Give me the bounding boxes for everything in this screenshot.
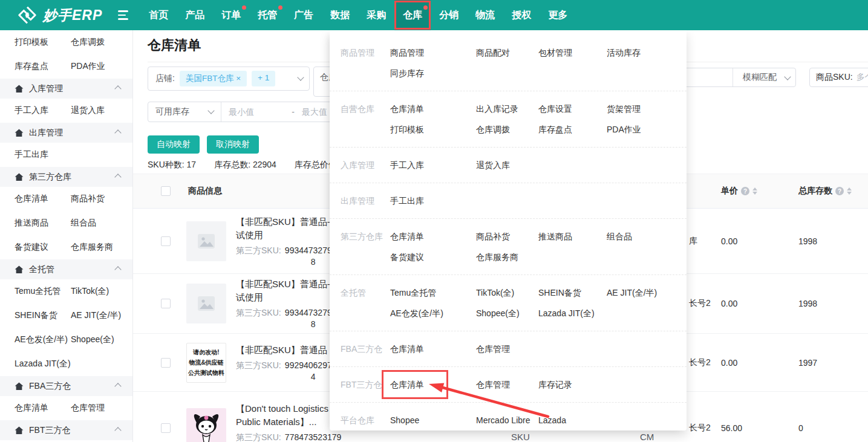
menu-item-全托管-SHEIN备货[interactable]: SHEIN备货 <box>538 288 581 297</box>
row-checkbox[interactable] <box>161 423 171 433</box>
hamburger-icon[interactable] <box>118 10 128 20</box>
nav-item-1[interactable]: 首页 <box>140 0 177 30</box>
auto-map-button[interactable]: 自动映射 <box>148 135 200 154</box>
stock-type-select[interactable]: 可用库存 <box>148 102 221 122</box>
shop-filter-tag[interactable]: 美国FBT仓库 × <box>180 71 247 86</box>
sidebar-item-TikTok(全)[interactable]: TikTok(全) <box>71 286 132 297</box>
nav-item-2[interactable]: 产品 <box>177 0 213 30</box>
nav-item-5[interactable]: 广告 <box>286 0 322 30</box>
caret-up-icon[interactable] <box>114 129 121 136</box>
caret-up-icon[interactable] <box>114 427 121 434</box>
sidebar-section-全托管[interactable]: 全托管 <box>0 259 132 279</box>
menu-item-入库管理-手工入库[interactable]: 手工入库 <box>390 160 424 170</box>
menu-item-自营仓库-打印模板[interactable]: 打印模板 <box>390 125 424 134</box>
help-icon[interactable]: ? <box>835 187 844 195</box>
menu-item-全托管-TikTok(全)[interactable]: TikTok(全) <box>476 288 514 297</box>
menu-item-FBT三方仓-仓库管理[interactable]: 仓库管理 <box>476 380 510 389</box>
shop-filter-select[interactable]: 店铺: 美国FBT仓库 ×+ 1 <box>148 67 310 91</box>
caret-up-icon[interactable] <box>114 85 121 92</box>
sidebar-section-FBA三方仓[interactable]: FBA三方仓 <box>0 376 132 396</box>
menu-item-FBT三方仓-仓库清单[interactable]: 仓库清单 <box>390 374 424 395</box>
sidebar-item-AE JIT(全/半)[interactable]: AE JIT(全/半) <box>71 310 132 321</box>
menu-item-第三方仓库-组合品[interactable]: 组合品 <box>607 232 632 241</box>
nav-item-10[interactable]: 物流 <box>467 0 503 30</box>
sidebar-item-推送商品[interactable]: 推送商品 <box>15 218 71 229</box>
sidebar-section-第三方仓库[interactable]: 第三方仓库 <box>0 167 132 187</box>
caret-up-icon[interactable] <box>114 174 121 180</box>
match-mode-select[interactable]: 模糊匹配 <box>733 72 777 83</box>
sidebar-item-AE仓发(全/半)[interactable]: AE仓发(全/半) <box>15 334 71 345</box>
menu-item-商品管理-商品配对[interactable]: 商品配对 <box>476 48 510 57</box>
help-icon[interactable]: ? <box>741 187 749 195</box>
menu-item-全托管-Shopee(全)[interactable]: Shopee(全) <box>476 308 520 318</box>
sort-icon[interactable] <box>752 187 757 195</box>
sidebar-section-FBT三方仓[interactable]: FBT三方仓 <box>0 420 132 440</box>
keyword-search-box[interactable]: 模糊匹配 <box>679 68 796 87</box>
row-checkbox[interactable] <box>161 236 171 246</box>
menu-item-入库管理-退货入库[interactable]: 退货入库 <box>476 160 510 170</box>
min-value-input[interactable] <box>221 107 292 117</box>
menu-item-全托管-Lazada JIT(全)[interactable]: Lazada JIT(全) <box>538 308 595 318</box>
sidebar-item-Temu全托管[interactable]: Temu全托管 <box>15 286 71 297</box>
sidebar-item-手工出库[interactable]: 手工出库 <box>15 149 71 160</box>
menu-item-自营仓库-出入库记录[interactable]: 出入库记录 <box>476 104 518 114</box>
nav-item-8[interactable]: 仓库 <box>394 0 431 30</box>
menu-item-全托管-Temu全托管[interactable]: Temu全托管 <box>390 288 436 297</box>
menu-item-FBA三方仓-仓库清单[interactable]: 仓库清单 <box>390 344 424 354</box>
nav-item-3[interactable]: 订单 <box>213 0 249 30</box>
sidebar-item-组合品[interactable]: 组合品 <box>71 218 132 229</box>
sidebar-item-Lazada JIT(全)[interactable]: Lazada JIT(全) <box>15 359 71 369</box>
nav-item-6[interactable]: 数据 <box>322 0 358 30</box>
menu-item-自营仓库-仓库调拨[interactable]: 仓库调拨 <box>476 125 510 134</box>
sidebar-item-备货建议[interactable]: 备货建议 <box>15 242 71 253</box>
sidebar-item-退货入库[interactable]: 退货入库 <box>71 105 132 116</box>
caret-up-icon[interactable] <box>114 266 121 273</box>
menu-item-自营仓库-仓库设置[interactable]: 仓库设置 <box>538 104 572 114</box>
menu-item-自营仓库-货架管理[interactable]: 货架管理 <box>607 104 641 114</box>
menu-item-自营仓库-PDA作业[interactable]: PDA作业 <box>607 125 641 134</box>
caret-up-icon[interactable] <box>114 383 121 389</box>
menu-item-第三方仓库-商品补货[interactable]: 商品补货 <box>476 232 510 241</box>
menu-item-全托管-AE JIT(全/半)[interactable]: AE JIT(全/半) <box>607 288 657 297</box>
sidebar-item-仓库服务商[interactable]: 仓库服务商 <box>71 242 132 253</box>
menu-item-平台仓库-Shopee[interactable]: Shopee <box>390 415 419 425</box>
sidebar-item-仓库调拨[interactable]: 仓库调拨 <box>71 37 132 48</box>
menu-item-第三方仓库-仓库服务商[interactable]: 仓库服务商 <box>476 252 518 262</box>
select-all-checkbox[interactable] <box>161 186 171 196</box>
menu-item-商品管理-活动库存[interactable]: 活动库存 <box>607 48 641 57</box>
row-checkbox[interactable] <box>161 358 171 368</box>
nav-item-4[interactable]: 托管 <box>249 0 286 30</box>
sidebar-item-仓库清单[interactable]: 仓库清单 <box>15 403 71 414</box>
menu-item-自营仓库-仓库清单[interactable]: 仓库清单 <box>390 104 424 114</box>
nav-item-12[interactable]: 更多 <box>540 0 576 30</box>
sidebar-item-仓库管理[interactable]: 仓库管理 <box>71 403 132 414</box>
menu-item-FBA三方仓-仓库管理[interactable]: 仓库管理 <box>476 344 510 354</box>
sort-icon[interactable] <box>847 187 852 195</box>
menu-item-第三方仓库-仓库清单[interactable]: 仓库清单 <box>390 232 424 241</box>
sidebar-item-SHEIN备货[interactable]: SHEIN备货 <box>15 310 71 321</box>
menu-item-平台仓库-Lazada[interactable]: Lazada <box>538 415 566 425</box>
menu-item-商品管理-同步库存[interactable]: 同步库存 <box>390 68 424 78</box>
sidebar-item-商品补货[interactable]: 商品补货 <box>71 193 132 204</box>
sidebar-item-PDA作业[interactable]: PDA作业 <box>71 61 132 72</box>
sidebar-section-出库管理[interactable]: 出库管理 <box>0 123 132 143</box>
menu-item-商品管理-包材管理[interactable]: 包材管理 <box>538 48 572 57</box>
nav-item-11[interactable]: 授权 <box>503 0 540 30</box>
menu-item-第三方仓库-备货建议[interactable]: 备货建议 <box>390 252 424 262</box>
sku-search-box[interactable]: 商品SKU: 多个 <box>809 68 868 87</box>
cancel-map-button[interactable]: 取消映射 <box>207 135 259 154</box>
menu-item-自营仓库-库存盘点[interactable]: 库存盘点 <box>538 125 572 134</box>
sidebar-item-库存盘点[interactable]: 库存盘点 <box>15 61 71 72</box>
menu-item-第三方仓库-推送商品[interactable]: 推送商品 <box>538 232 572 241</box>
sidebar-item-手工入库[interactable]: 手工入库 <box>15 105 71 116</box>
nav-item-9[interactable]: 分销 <box>431 0 467 30</box>
menu-item-出库管理-手工出库[interactable]: 手工出库 <box>390 196 424 206</box>
sidebar-item-打印模板[interactable]: 打印模板 <box>15 37 71 48</box>
shop-filter-tag[interactable]: + 1 <box>252 71 275 86</box>
sidebar-section-入库管理[interactable]: 入库管理 <box>0 79 132 99</box>
menu-item-商品管理-商品管理[interactable]: 商品管理 <box>390 48 424 57</box>
menu-item-FBT三方仓-库存记录[interactable]: 库存记录 <box>538 380 572 389</box>
menu-item-全托管-AE仓发(全/半)[interactable]: AE仓发(全/半) <box>390 308 443 318</box>
menu-item-平台仓库-Mercado Libre[interactable]: Mercado Libre <box>476 415 530 425</box>
nav-item-7[interactable]: 采购 <box>358 0 394 30</box>
